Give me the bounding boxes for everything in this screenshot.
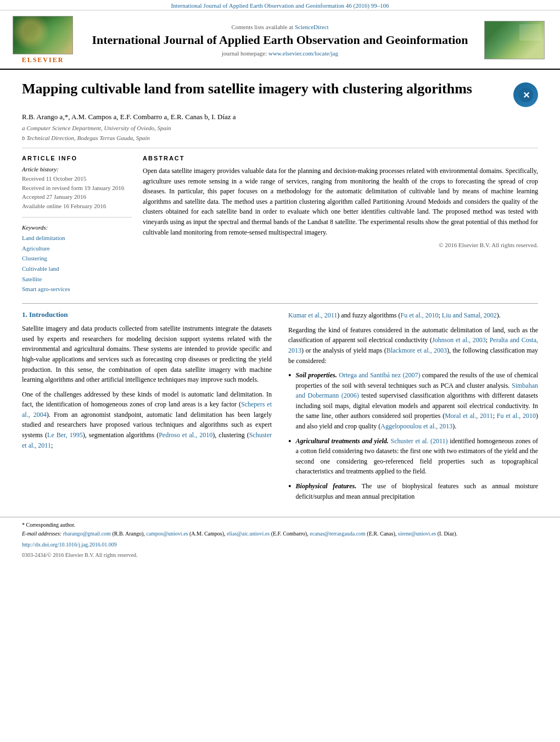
introduction-title: 1. Introduction [22,310,272,319]
liu-link[interactable]: Liu and Samal, 2002 [442,311,497,319]
article-section: Mapping cultivable land from satellite i… [0,70,560,304]
intro-paragraph-1: Satellite imagery and data products coll… [22,323,272,385]
article-title: Mapping cultivable land from satellite i… [22,80,513,98]
corresponding-author: * Corresponding author. [22,521,538,529]
bullet-text-soil: Soil properties. Ortega and Santibá nez … [296,370,538,432]
leber-link[interactable]: Le Ber, 1995 [47,431,83,439]
body-right-column: Kumar et al., 2011) and fuzzy algorithms… [285,310,538,506]
authors: R.B. Arango a,*, A.M. Campos a, E.F. Com… [22,113,538,121]
journal-info: Contents lists available at ScienceDirec… [76,24,484,57]
abstract-column: ABSTRACT Open data satellite imagery pro… [143,155,538,294]
header-divider [22,148,538,148]
revised-date: Received in revised form 19 January 2016 [22,183,132,193]
email-ecanas[interactable]: ecanas@terrasgauda.com [310,531,366,537]
svg-text:✕: ✕ [522,91,529,100]
copyright: © 2016 Elsevier B.V. All rights reserved… [143,242,538,248]
doi-link[interactable]: http://dx.doi.org/10.1016/j.jag.2016.01.… [22,542,117,548]
received-date: Received 11 October 2015 [22,174,132,183]
bullet-dot-3: • [288,480,292,501]
keyword-4: Cultivable land [22,264,132,274]
email-campos[interactable]: campos@uniovi.es [146,531,188,537]
bullet-dot-1: • [288,369,292,432]
article-info-header: ARTICLE INFO [22,155,132,161]
elsevier-logo: ELSEVIER [10,16,76,64]
elsevier-brand: ELSEVIER [22,56,64,64]
schuster2-link[interactable]: Schuster et al. (2011) [390,437,447,445]
intro-paragraph-2: One of the challenges addressed by these… [22,389,272,451]
bullet-biophysical: • Biophysical features. The use of bioph… [288,481,538,501]
bullet-dot-2: • [288,435,292,477]
history-title: Article history: [22,166,132,172]
pedroso-link[interactable]: Pedroso et al., 2010 [159,431,212,439]
keyword-5: Satellite [22,274,132,284]
journal-title: International Journal of Applied Earth O… [84,32,476,48]
sciencedirect-link[interactable]: ScienceDirect [295,24,329,30]
bullet-text-agricultural: Agricultural treatments and yield. Schus… [296,436,538,477]
article-info-abstract: ARTICLE INFO Article history: Received 1… [22,155,538,294]
keyword-3: Clustering [22,253,132,264]
journal-artwork [484,21,545,59]
bullet-agricultural: • Agricultural treatments and yield. Sch… [288,436,538,477]
crossmark-icon: ✕ [518,87,534,103]
issn-line: 0303-2434/© 2016 Elsevier B.V. All right… [0,551,560,559]
journal-homepage-link[interactable]: www.elsevier.com/locate/jag [268,50,338,57]
abstract-header: ABSTRACT [143,155,538,161]
keywords-section: Keywords: Land delimitation Agriculture … [22,224,132,294]
email-label: E-mail addresses: [22,531,61,537]
keywords-divider [22,217,132,217]
body-section: 1. Introduction Satellite imagery and da… [0,310,560,506]
article-info-column: ARTICLE INFO Article history: Received 1… [22,155,132,294]
affiliation-a: a Computer Science Department, Universit… [22,125,538,131]
contents-available: Contents lists available at ScienceDirec… [84,24,476,30]
article-title-row: Mapping cultivable land from satellite i… [22,80,538,107]
elsevier-logo-container: ELSEVIER [10,16,76,64]
keyword-6: Smart agro-services [22,284,132,294]
schepers-link[interactable]: Schepers et al., 2004 [22,400,272,419]
email-rbarango[interactable]: rbarango@gmail.com [63,531,111,537]
right-features-text: Regarding the kind of features considere… [288,325,538,366]
email-sirene[interactable]: sirene@uniovi.es [398,531,436,537]
available-date: Available online 16 February 2016 [22,202,132,211]
elsevier-artwork [13,16,73,54]
aggelopooulou-link[interactable]: Aggelopooulou et al., 2013 [380,422,452,430]
johnson-link[interactable]: Johnson et al., 2003 [432,336,486,344]
keywords-title: Keywords: [22,224,132,231]
fu-link[interactable]: Fu et al., 2010 [401,311,439,319]
bullet-soil: • Soil properties. Ortega and Santibá ne… [288,370,538,432]
crossmark-badge: ✕ [513,82,538,107]
right-intro-text: Kumar et al., 2011) and fuzzy algorithms… [288,310,538,321]
bullet-text-biophysical: Biophysical features. The use of biophys… [296,481,538,501]
keyword-1: Land delimitation [22,233,132,243]
article-history: Article history: Received 11 October 201… [22,166,132,210]
blackmore-link[interactable]: Blackmore et al., 2003 [387,347,447,354]
section-divider [22,303,538,304]
moral-link[interactable]: Moral et al., 2011 [445,412,492,420]
accepted-date: Accepted 27 January 2016 [22,192,132,202]
keyword-2: Agriculture [22,243,132,254]
footnote-section: * Corresponding author. E-mail addresses… [0,517,560,538]
journal-homepage: journal homepage: www.elsevier.com/locat… [84,50,476,57]
abstract-text: Open data satellite imagery provides val… [143,166,538,237]
affiliation-b: b Technical Direction, Bodegas Terras Ga… [22,135,538,141]
body-left-column: 1. Introduction Satellite imagery and da… [22,310,275,506]
email-addresses: E-mail addresses: rbarango@gmail.com (R.… [22,529,538,538]
kumar-link[interactable]: Kumar et al., 2011 [288,311,337,319]
email-elias[interactable]: elias@aic.uniovi.es [227,531,270,537]
journal-header: ELSEVIER Contents lists available at Sci… [0,10,560,70]
ortega-link[interactable]: Ortega and Santibá nez (2007) [339,371,420,379]
fu2-link[interactable]: Fu et al., 2010 [497,412,536,420]
journal-image-container [484,21,550,59]
journal-citation: International Journal of Applied Earth O… [0,0,560,10]
bullet-list: • Soil properties. Ortega and Santibá ne… [288,370,538,501]
doi-section: http://dx.doi.org/10.1016/j.jag.2016.01.… [0,538,560,551]
simbahan-link[interactable]: Simbahan and Dobermann (2006) [296,382,538,400]
